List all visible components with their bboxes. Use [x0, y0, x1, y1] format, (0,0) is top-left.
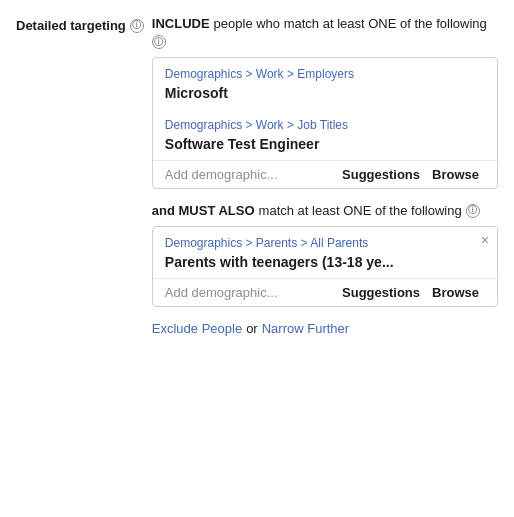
include-text: people who match at least ONE of the fol…	[214, 16, 487, 31]
include-info-icon[interactable]: ⓘ	[152, 35, 166, 49]
box2-add-row: Add demographic... Suggestions Browse	[153, 278, 497, 306]
divider-strong: and MUST ALSO	[152, 203, 255, 218]
include-header: INCLUDE people who match at least ONE of…	[152, 16, 498, 49]
box2-add-placeholder[interactable]: Add demographic...	[165, 285, 336, 300]
employers-value-row: Microsoft	[153, 83, 497, 109]
box2-suggestions-button[interactable]: Suggestions	[336, 285, 426, 300]
employers-value: Microsoft	[165, 85, 228, 101]
narrow-further-link[interactable]: Narrow Further	[262, 321, 349, 336]
include-targeting-box: Demographics > Work > Employers Microsof…	[152, 57, 498, 189]
detailed-targeting-info-icon[interactable]: ⓘ	[130, 19, 144, 33]
divider-rest: match at least ONE of the following	[259, 203, 462, 218]
box2-close-button[interactable]: ×	[481, 233, 489, 247]
box1-add-placeholder[interactable]: Add demographic...	[165, 167, 336, 182]
box1-add-row: Add demographic... Suggestions Browse	[153, 160, 497, 188]
jobtitles-value-row: Software Test Engineer	[153, 134, 497, 160]
parents-value: Parents with teenagers (13-18 ye...	[165, 254, 394, 270]
jobtitles-value: Software Test Engineer	[165, 136, 320, 152]
employers-breadcrumb[interactable]: Demographics > Work > Employers	[165, 67, 354, 81]
footer-links: Exclude People or Narrow Further	[152, 321, 498, 336]
box1-browse-button[interactable]: Browse	[426, 167, 485, 182]
detailed-targeting-label: Detailed targeting	[16, 18, 126, 33]
parents-value-row: Parents with teenagers (13-18 ye...	[153, 252, 497, 278]
divider-info-icon[interactable]: ⓘ	[466, 204, 480, 218]
employers-breadcrumb-row: Demographics > Work > Employers	[153, 58, 497, 83]
must-also-targeting-box: × Demographics > Parents > All Parents P…	[152, 226, 498, 307]
divider-text: and MUST ALSO match at least ONE of the …	[152, 203, 498, 218]
exclude-people-link[interactable]: Exclude People	[152, 321, 242, 336]
jobtitles-breadcrumb[interactable]: Demographics > Work > Job Titles	[165, 118, 348, 132]
parents-breadcrumb[interactable]: Demographics > Parents > All Parents	[165, 236, 368, 250]
box1-suggestions-button[interactable]: Suggestions	[336, 167, 426, 182]
box2-browse-button[interactable]: Browse	[426, 285, 485, 300]
parents-breadcrumb-row: Demographics > Parents > All Parents	[153, 227, 497, 252]
footer-or-text: or	[246, 321, 258, 336]
jobtitles-breadcrumb-row: Demographics > Work > Job Titles	[153, 109, 497, 134]
include-strong: INCLUDE	[152, 16, 210, 31]
